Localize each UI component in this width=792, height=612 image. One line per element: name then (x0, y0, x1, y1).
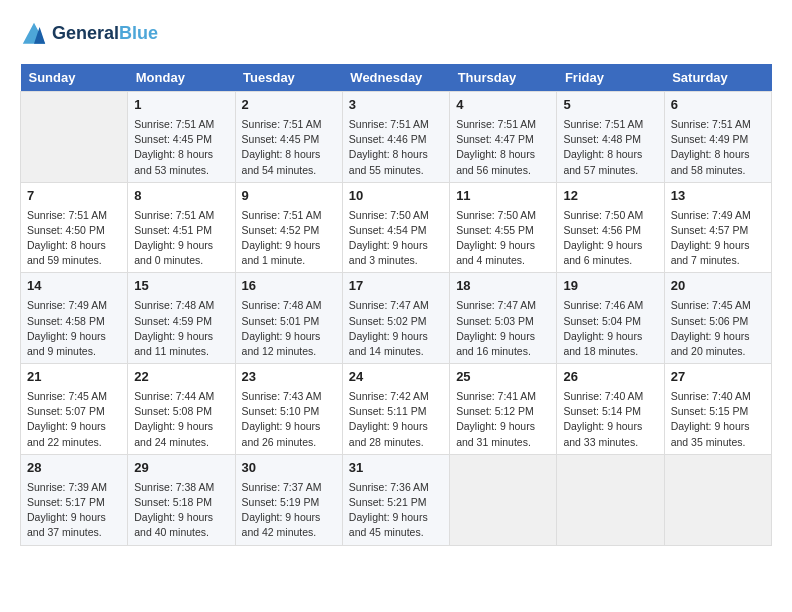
day-number: 23 (242, 368, 336, 387)
day-info: Sunrise: 7:51 AM Sunset: 4:46 PM Dayligh… (349, 117, 443, 178)
day-info: Sunrise: 7:45 AM Sunset: 5:06 PM Dayligh… (671, 298, 765, 359)
day-info: Sunrise: 7:51 AM Sunset: 4:45 PM Dayligh… (242, 117, 336, 178)
day-number: 14 (27, 277, 121, 296)
calendar-cell: 20Sunrise: 7:45 AM Sunset: 5:06 PM Dayli… (664, 273, 771, 364)
day-info: Sunrise: 7:49 AM Sunset: 4:57 PM Dayligh… (671, 208, 765, 269)
day-info: Sunrise: 7:44 AM Sunset: 5:08 PM Dayligh… (134, 389, 228, 450)
calendar-table: SundayMondayTuesdayWednesdayThursdayFrid… (20, 64, 772, 546)
day-info: Sunrise: 7:51 AM Sunset: 4:45 PM Dayligh… (134, 117, 228, 178)
calendar-cell (450, 454, 557, 545)
day-number: 31 (349, 459, 443, 478)
calendar-cell: 12Sunrise: 7:50 AM Sunset: 4:56 PM Dayli… (557, 182, 664, 273)
day-info: Sunrise: 7:50 AM Sunset: 4:55 PM Dayligh… (456, 208, 550, 269)
calendar-cell: 27Sunrise: 7:40 AM Sunset: 5:15 PM Dayli… (664, 364, 771, 455)
day-number: 24 (349, 368, 443, 387)
day-info: Sunrise: 7:46 AM Sunset: 5:04 PM Dayligh… (563, 298, 657, 359)
calendar-cell: 11Sunrise: 7:50 AM Sunset: 4:55 PM Dayli… (450, 182, 557, 273)
day-number: 5 (563, 96, 657, 115)
calendar-cell: 24Sunrise: 7:42 AM Sunset: 5:11 PM Dayli… (342, 364, 449, 455)
day-info: Sunrise: 7:48 AM Sunset: 5:01 PM Dayligh… (242, 298, 336, 359)
calendar-cell: 25Sunrise: 7:41 AM Sunset: 5:12 PM Dayli… (450, 364, 557, 455)
day-number: 25 (456, 368, 550, 387)
calendar-cell: 26Sunrise: 7:40 AM Sunset: 5:14 PM Dayli… (557, 364, 664, 455)
header-row: SundayMondayTuesdayWednesdayThursdayFrid… (21, 64, 772, 92)
header-day-wednesday: Wednesday (342, 64, 449, 92)
day-number: 3 (349, 96, 443, 115)
day-info: Sunrise: 7:41 AM Sunset: 5:12 PM Dayligh… (456, 389, 550, 450)
day-info: Sunrise: 7:51 AM Sunset: 4:49 PM Dayligh… (671, 117, 765, 178)
day-info: Sunrise: 7:40 AM Sunset: 5:14 PM Dayligh… (563, 389, 657, 450)
calendar-cell (664, 454, 771, 545)
header-day-thursday: Thursday (450, 64, 557, 92)
day-info: Sunrise: 7:36 AM Sunset: 5:21 PM Dayligh… (349, 480, 443, 541)
day-number: 10 (349, 187, 443, 206)
day-number: 28 (27, 459, 121, 478)
calendar-cell: 29Sunrise: 7:38 AM Sunset: 5:18 PM Dayli… (128, 454, 235, 545)
calendar-cell: 18Sunrise: 7:47 AM Sunset: 5:03 PM Dayli… (450, 273, 557, 364)
calendar-cell: 23Sunrise: 7:43 AM Sunset: 5:10 PM Dayli… (235, 364, 342, 455)
day-number: 18 (456, 277, 550, 296)
header-day-monday: Monday (128, 64, 235, 92)
day-info: Sunrise: 7:49 AM Sunset: 4:58 PM Dayligh… (27, 298, 121, 359)
calendar-cell: 4Sunrise: 7:51 AM Sunset: 4:47 PM Daylig… (450, 92, 557, 183)
calendar-cell: 17Sunrise: 7:47 AM Sunset: 5:02 PM Dayli… (342, 273, 449, 364)
day-number: 19 (563, 277, 657, 296)
logo-icon (20, 20, 48, 48)
calendar-cell: 7Sunrise: 7:51 AM Sunset: 4:50 PM Daylig… (21, 182, 128, 273)
day-number: 6 (671, 96, 765, 115)
day-number: 7 (27, 187, 121, 206)
day-info: Sunrise: 7:47 AM Sunset: 5:02 PM Dayligh… (349, 298, 443, 359)
day-number: 22 (134, 368, 228, 387)
calendar-cell (21, 92, 128, 183)
calendar-cell: 30Sunrise: 7:37 AM Sunset: 5:19 PM Dayli… (235, 454, 342, 545)
calendar-cell: 13Sunrise: 7:49 AM Sunset: 4:57 PM Dayli… (664, 182, 771, 273)
header-day-tuesday: Tuesday (235, 64, 342, 92)
header-day-saturday: Saturday (664, 64, 771, 92)
calendar-header: SundayMondayTuesdayWednesdayThursdayFrid… (21, 64, 772, 92)
day-info: Sunrise: 7:40 AM Sunset: 5:15 PM Dayligh… (671, 389, 765, 450)
day-number: 21 (27, 368, 121, 387)
calendar-cell: 3Sunrise: 7:51 AM Sunset: 4:46 PM Daylig… (342, 92, 449, 183)
day-info: Sunrise: 7:42 AM Sunset: 5:11 PM Dayligh… (349, 389, 443, 450)
calendar-cell: 28Sunrise: 7:39 AM Sunset: 5:17 PM Dayli… (21, 454, 128, 545)
day-number: 20 (671, 277, 765, 296)
day-number: 12 (563, 187, 657, 206)
calendar-cell: 8Sunrise: 7:51 AM Sunset: 4:51 PM Daylig… (128, 182, 235, 273)
week-row-3: 14Sunrise: 7:49 AM Sunset: 4:58 PM Dayli… (21, 273, 772, 364)
day-info: Sunrise: 7:51 AM Sunset: 4:52 PM Dayligh… (242, 208, 336, 269)
calendar-cell (557, 454, 664, 545)
logo-text: GeneralBlue (52, 24, 158, 44)
day-info: Sunrise: 7:51 AM Sunset: 4:50 PM Dayligh… (27, 208, 121, 269)
week-row-4: 21Sunrise: 7:45 AM Sunset: 5:07 PM Dayli… (21, 364, 772, 455)
header-day-friday: Friday (557, 64, 664, 92)
calendar-body: 1Sunrise: 7:51 AM Sunset: 4:45 PM Daylig… (21, 92, 772, 546)
logo: GeneralBlue (20, 20, 158, 48)
day-info: Sunrise: 7:47 AM Sunset: 5:03 PM Dayligh… (456, 298, 550, 359)
calendar-cell: 14Sunrise: 7:49 AM Sunset: 4:58 PM Dayli… (21, 273, 128, 364)
week-row-5: 28Sunrise: 7:39 AM Sunset: 5:17 PM Dayli… (21, 454, 772, 545)
day-number: 15 (134, 277, 228, 296)
day-number: 9 (242, 187, 336, 206)
calendar-cell: 15Sunrise: 7:48 AM Sunset: 4:59 PM Dayli… (128, 273, 235, 364)
day-number: 16 (242, 277, 336, 296)
calendar-cell: 19Sunrise: 7:46 AM Sunset: 5:04 PM Dayli… (557, 273, 664, 364)
day-number: 13 (671, 187, 765, 206)
day-number: 11 (456, 187, 550, 206)
day-number: 1 (134, 96, 228, 115)
day-info: Sunrise: 7:39 AM Sunset: 5:17 PM Dayligh… (27, 480, 121, 541)
calendar-cell: 16Sunrise: 7:48 AM Sunset: 5:01 PM Dayli… (235, 273, 342, 364)
header-day-sunday: Sunday (21, 64, 128, 92)
calendar-cell: 6Sunrise: 7:51 AM Sunset: 4:49 PM Daylig… (664, 92, 771, 183)
day-info: Sunrise: 7:50 AM Sunset: 4:56 PM Dayligh… (563, 208, 657, 269)
day-info: Sunrise: 7:50 AM Sunset: 4:54 PM Dayligh… (349, 208, 443, 269)
page-header: GeneralBlue (20, 20, 772, 48)
calendar-cell: 22Sunrise: 7:44 AM Sunset: 5:08 PM Dayli… (128, 364, 235, 455)
day-info: Sunrise: 7:51 AM Sunset: 4:47 PM Dayligh… (456, 117, 550, 178)
calendar-cell: 31Sunrise: 7:36 AM Sunset: 5:21 PM Dayli… (342, 454, 449, 545)
calendar-cell: 2Sunrise: 7:51 AM Sunset: 4:45 PM Daylig… (235, 92, 342, 183)
day-info: Sunrise: 7:51 AM Sunset: 4:48 PM Dayligh… (563, 117, 657, 178)
day-info: Sunrise: 7:37 AM Sunset: 5:19 PM Dayligh… (242, 480, 336, 541)
day-number: 4 (456, 96, 550, 115)
day-number: 17 (349, 277, 443, 296)
day-number: 29 (134, 459, 228, 478)
